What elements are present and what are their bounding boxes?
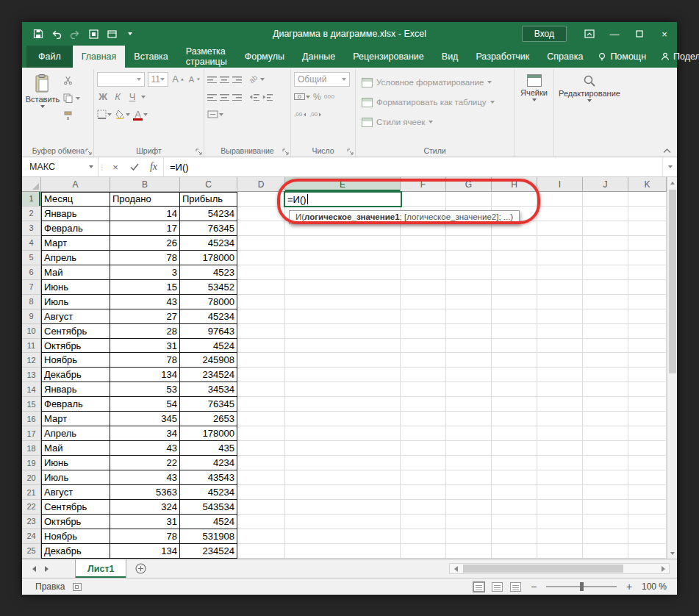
- decrease-font-button[interactable]: А: [187, 75, 201, 84]
- row-header-17[interactable]: 17: [22, 426, 41, 441]
- cells-button[interactable]: Ячейки: [517, 71, 551, 139]
- cell-A3[interactable]: Февраль: [41, 221, 110, 236]
- cell-I11[interactable]: [537, 339, 583, 354]
- bold-button[interactable]: Ж: [97, 91, 109, 102]
- cell-I4[interactable]: [537, 236, 583, 251]
- tab-view[interactable]: Вид: [433, 46, 467, 68]
- cell-H7[interactable]: [492, 280, 537, 295]
- row-header-25[interactable]: 25: [22, 544, 41, 559]
- cell-H25[interactable]: [492, 544, 537, 559]
- cell-I17[interactable]: [537, 426, 583, 441]
- cell-A24[interactable]: Ноябрь: [41, 529, 110, 544]
- cell-K14[interactable]: [628, 382, 667, 397]
- cell-C12[interactable]: 245908: [180, 353, 237, 368]
- macro-record-icon[interactable]: [73, 583, 82, 591]
- cell-J2[interactable]: [583, 207, 628, 221]
- cell-I16[interactable]: [537, 412, 583, 426]
- tab-data[interactable]: Данные: [293, 46, 344, 68]
- cell-D16[interactable]: [237, 412, 285, 426]
- cell-D18[interactable]: [237, 441, 285, 456]
- cell-G24[interactable]: [446, 529, 492, 544]
- cell-D13[interactable]: [237, 368, 285, 382]
- cell-C1[interactable]: Прибыль: [180, 192, 237, 207]
- cell-F18[interactable]: [401, 441, 446, 456]
- redo-icon[interactable]: [66, 25, 84, 43]
- column-header-J[interactable]: J: [583, 177, 628, 192]
- view-page-layout-button[interactable]: [492, 582, 503, 592]
- cell-I24[interactable]: [537, 529, 583, 544]
- cell-J19[interactable]: [583, 456, 628, 470]
- cell-J3[interactable]: [583, 221, 628, 236]
- row-header-5[interactable]: 5: [22, 251, 41, 265]
- cell-F11[interactable]: [401, 339, 446, 354]
- column-header-D[interactable]: D: [237, 177, 285, 192]
- cell-F15[interactable]: [401, 397, 446, 412]
- cell-C17[interactable]: 178000: [180, 426, 237, 441]
- cell-G5[interactable]: [446, 251, 492, 265]
- cell-E25[interactable]: [285, 544, 401, 559]
- quick-toolbar-icon[interactable]: [103, 25, 121, 43]
- close-button[interactable]: ×: [652, 22, 677, 46]
- cell-H17[interactable]: [492, 426, 537, 441]
- row-header-4[interactable]: 4: [22, 236, 41, 251]
- cell-J11[interactable]: [583, 339, 628, 354]
- cell-I2[interactable]: [537, 207, 583, 221]
- cell-J1[interactable]: [583, 192, 628, 207]
- row-header-3[interactable]: 3: [22, 221, 41, 236]
- cell-I10[interactable]: [537, 324, 583, 339]
- ribbon-display-options-icon[interactable]: [577, 22, 602, 46]
- row-header-23[interactable]: 23: [22, 515, 41, 529]
- row-header-21[interactable]: 21: [22, 485, 41, 500]
- previous-sheet-arrow[interactable]: [32, 566, 36, 572]
- cancel-entry-button[interactable]: ×: [106, 157, 125, 176]
- row-header-24[interactable]: 24: [22, 529, 41, 544]
- cell-F24[interactable]: [401, 529, 446, 544]
- cell-B9[interactable]: 27: [110, 309, 180, 324]
- cell-G20[interactable]: [446, 470, 492, 485]
- cell-I20[interactable]: [537, 470, 583, 485]
- cell-J9[interactable]: [583, 309, 628, 324]
- cell-C15[interactable]: 76345: [180, 397, 237, 412]
- cell-I13[interactable]: [537, 368, 583, 382]
- align-center-icon[interactable]: [220, 93, 229, 101]
- cell-E16[interactable]: [285, 412, 401, 426]
- cell-F1[interactable]: [401, 192, 446, 207]
- cell-C4[interactable]: 45234: [180, 236, 237, 251]
- increase-decimal-button[interactable]: ,00: [294, 111, 307, 118]
- cell-B15[interactable]: 54: [110, 397, 180, 412]
- next-sheet-arrow[interactable]: [45, 566, 49, 572]
- cell-J21[interactable]: [583, 485, 628, 500]
- horizontal-scrollbar[interactable]: [449, 563, 670, 574]
- cell-H11[interactable]: [492, 339, 537, 354]
- cell-C10[interactable]: 97643: [180, 324, 237, 339]
- cell-K3[interactable]: [628, 221, 667, 236]
- cell-G19[interactable]: [446, 456, 492, 470]
- cell-K1[interactable]: [628, 192, 667, 207]
- cell-A13[interactable]: Декабрь: [41, 368, 110, 382]
- scroll-down-arrow[interactable]: [667, 548, 677, 559]
- cell-A1[interactable]: Месяц: [41, 192, 110, 207]
- number-dialog-launcher[interactable]: [347, 148, 354, 155]
- cell-D3[interactable]: [237, 221, 285, 236]
- cell-G23[interactable]: [446, 515, 492, 529]
- zoom-slider[interactable]: [546, 586, 617, 587]
- cell-F21[interactable]: [401, 485, 446, 500]
- cell-E8[interactable]: [285, 295, 401, 309]
- fill-color-button[interactable]: [115, 110, 130, 119]
- cell-B11[interactable]: 31: [110, 339, 180, 354]
- cell-I22[interactable]: [537, 500, 583, 515]
- cell-G8[interactable]: [446, 295, 492, 309]
- cell-F20[interactable]: [401, 470, 446, 485]
- cell-K13[interactable]: [628, 368, 667, 382]
- row-header-14[interactable]: 14: [22, 382, 41, 397]
- merge-center-button[interactable]: [207, 110, 223, 118]
- cell-K25[interactable]: [628, 544, 667, 559]
- cell-H4[interactable]: [492, 236, 537, 251]
- cell-I12[interactable]: [537, 353, 583, 368]
- tab-file[interactable]: Файл: [26, 46, 73, 68]
- cell-H22[interactable]: [492, 500, 537, 515]
- cell-I25[interactable]: [537, 544, 583, 559]
- cell-K24[interactable]: [628, 529, 667, 544]
- cell-J14[interactable]: [583, 382, 628, 397]
- vertical-scrollbar[interactable]: [667, 177, 677, 559]
